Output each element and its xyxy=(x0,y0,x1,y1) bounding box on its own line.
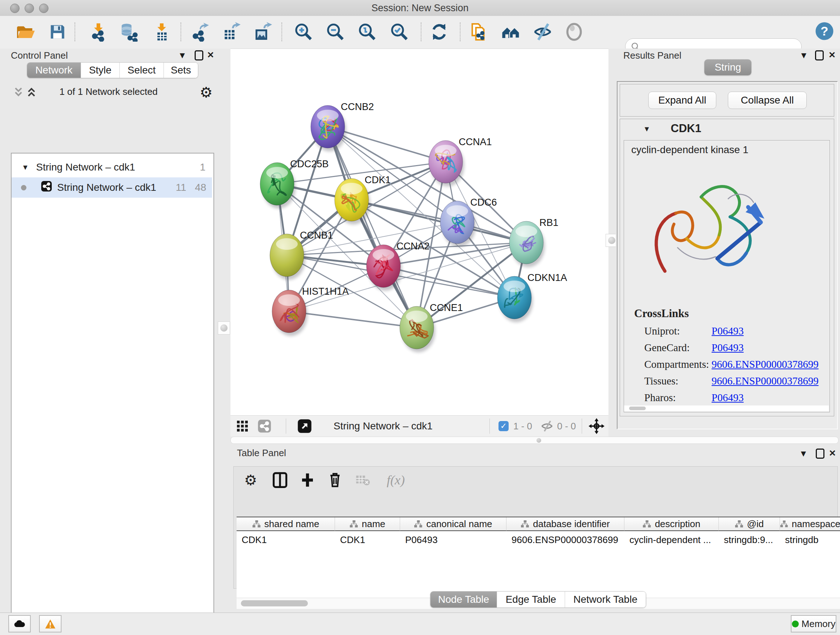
column-header-name[interactable]: name xyxy=(335,517,400,531)
table-panel: Table Panel ▼ ✕ ⚙ f(x) shared name name xyxy=(231,445,840,609)
table-panel-title: Table Panel xyxy=(237,448,286,459)
delete-column-trash-icon[interactable] xyxy=(326,471,344,489)
warnings-button[interactable] xyxy=(39,615,62,632)
open-in-window-icon[interactable] xyxy=(297,416,312,437)
collection-expander-icon[interactable]: ▼ xyxy=(22,163,29,172)
collapse-all-button[interactable]: Collapse All xyxy=(728,92,807,109)
table-panel-close-icon[interactable]: ✕ xyxy=(829,448,836,458)
function-builder-icon[interactable]: f(x) xyxy=(381,471,410,489)
control-panel-close-icon[interactable]: ✕ xyxy=(207,50,214,60)
crosslink-url[interactable]: 9606.ENSP00000378699 xyxy=(712,358,819,375)
table-cell[interactable]: cyclin-dependent ... xyxy=(624,532,719,548)
copy-share-icon[interactable] xyxy=(469,21,489,42)
gene-expander-icon[interactable]: ▼ xyxy=(643,125,651,133)
export-network-icon[interactable] xyxy=(189,21,210,42)
table-cell[interactable]: 9606.ENSP00000378699 xyxy=(507,532,624,548)
network-options-gear-icon[interactable]: ⚙ xyxy=(200,84,213,101)
grid-view-icon[interactable] xyxy=(236,416,249,437)
left-splitter-handle[interactable] xyxy=(218,321,230,334)
column-header-namespace[interactable]: namespace xyxy=(780,517,840,531)
results-hscrollbar[interactable] xyxy=(624,405,829,411)
crosslink-url[interactable]: P06493 xyxy=(712,342,744,358)
results-hscrollbar-thumb[interactable] xyxy=(629,407,646,410)
save-session-icon[interactable] xyxy=(47,21,68,42)
zoom-selected-icon[interactable] xyxy=(389,21,409,42)
expand-all-button[interactable]: Expand All xyxy=(648,92,716,109)
crosslink-url[interactable]: P06493 xyxy=(712,325,744,342)
tab-sets[interactable]: Sets xyxy=(164,63,198,78)
results-panel-float-icon[interactable]: ▼ xyxy=(799,51,808,60)
control-panel-maximize-icon[interactable] xyxy=(195,50,203,60)
column-type-icon xyxy=(735,520,744,528)
column-header-shared-name[interactable]: shared name xyxy=(237,517,335,531)
import-network-icon[interactable] xyxy=(88,21,109,42)
control-panel-float-icon[interactable]: ▼ xyxy=(178,51,187,60)
network-node[interactable]: RB1 xyxy=(509,217,559,264)
crosslinks-title: CrossLinks xyxy=(634,307,689,320)
import-table-icon[interactable] xyxy=(152,21,172,42)
crosslink-label: GeneCard: xyxy=(644,342,712,358)
hidden-eye-icon[interactable] xyxy=(540,416,554,437)
tab-string[interactable]: String xyxy=(704,59,752,75)
control-panel-title: Control Panel xyxy=(11,49,68,62)
selected-count: 1 - 0 xyxy=(513,416,532,437)
refresh-icon[interactable] xyxy=(429,21,449,42)
add-column-icon[interactable] xyxy=(298,471,317,489)
column-header-id[interactable]: @id xyxy=(719,517,780,531)
delete-table-icon[interactable] xyxy=(354,471,372,489)
results-panel-close-icon[interactable]: ✕ xyxy=(829,50,836,60)
network-node[interactable]: CDK1 xyxy=(335,174,391,221)
table-cell[interactable]: P06493 xyxy=(400,532,507,548)
hide-selection-eye-icon[interactable] xyxy=(532,21,553,42)
table-cell[interactable]: CDK1 xyxy=(237,532,335,548)
import-database-icon[interactable] xyxy=(118,21,139,42)
node-label: HIST1H1A xyxy=(302,286,349,297)
tab-select[interactable]: Select xyxy=(120,63,164,78)
crosslink-url[interactable]: 9606.ENSP00000378699 xyxy=(712,375,819,392)
right-splitter[interactable] xyxy=(608,49,616,437)
left-splitter[interactable] xyxy=(217,49,231,437)
network-graph[interactable]: CCNB2CCNA1CDC25BCDK1CDC6RB1CCNB1CCNA2CDK… xyxy=(231,49,608,416)
cloud-status-button[interactable] xyxy=(8,615,31,632)
table-cell[interactable]: CDK1 xyxy=(335,532,400,548)
tab-node-table[interactable]: Node Table xyxy=(431,592,497,608)
table-cell[interactable]: stringdb xyxy=(780,532,840,548)
help-icon[interactable]: ? xyxy=(814,21,835,42)
table-gear-icon[interactable]: ⚙ xyxy=(242,471,260,489)
table-hscrollbar-thumb[interactable] xyxy=(241,600,308,606)
network-row-selected[interactable]: String Network – cdk1 11 48 xyxy=(11,177,212,198)
table-panel-float-icon[interactable]: ▼ xyxy=(799,449,808,458)
home-pages-icon[interactable] xyxy=(501,21,521,42)
open-session-icon[interactable] xyxy=(15,21,35,42)
memory-button[interactable]: Memory xyxy=(791,615,836,632)
network-share-icon[interactable] xyxy=(257,416,271,437)
network-collection-row[interactable]: ▼ String Network – cdk1 1 xyxy=(11,157,212,177)
show-preview-eye-icon[interactable] xyxy=(564,21,584,42)
zoom-fit-icon[interactable] xyxy=(357,21,377,42)
export-table-icon[interactable] xyxy=(221,21,241,42)
column-header-canonical-name[interactable]: canonical name xyxy=(400,517,507,531)
export-image-icon[interactable] xyxy=(252,21,272,42)
tab-style[interactable]: Style xyxy=(81,63,120,78)
column-type-icon xyxy=(252,520,261,528)
birds-eye-pan-icon[interactable] xyxy=(589,416,605,437)
table-cell[interactable]: stringdb:9... xyxy=(719,532,780,548)
show-columns-icon[interactable] xyxy=(271,471,289,489)
string-app-icon xyxy=(41,181,52,195)
tab-network-table[interactable]: Network Table xyxy=(565,592,646,608)
table-panel-maximize-icon[interactable] xyxy=(816,448,824,459)
zoom-in-icon[interactable] xyxy=(294,21,314,42)
node-label: CCNA2 xyxy=(396,241,430,252)
network-selection-status: 1 of 1 Network selected xyxy=(0,86,217,97)
zoom-out-icon[interactable] xyxy=(325,21,346,42)
tab-network[interactable]: Network xyxy=(27,63,81,78)
selected-checkbox-icon[interactable]: ✓ xyxy=(499,416,508,437)
column-header-database-identifier[interactable]: database identifier xyxy=(507,517,624,531)
tab-edge-table[interactable]: Edge Table xyxy=(497,592,565,608)
column-header-description[interactable]: description xyxy=(624,517,719,531)
results-panel-maximize-icon[interactable] xyxy=(815,50,824,60)
network-node-count: 11 xyxy=(176,182,186,193)
network-node[interactable]: HIST1H1A xyxy=(272,286,349,333)
network-canvas[interactable]: CCNB2CCNA1CDC25BCDK1CDC6RB1CCNB1CCNA2CDK… xyxy=(231,49,608,416)
table-panel-splitter[interactable] xyxy=(231,437,838,444)
